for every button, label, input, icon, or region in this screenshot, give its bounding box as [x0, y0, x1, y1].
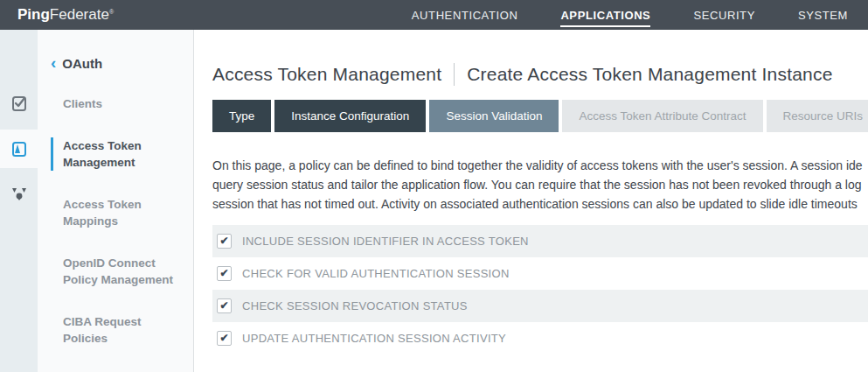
- description-line: query session status and tailor the appl…: [212, 175, 868, 194]
- sidebar-section-title: OAuth: [62, 56, 102, 71]
- checkmark-icon: ✔: [219, 268, 228, 278]
- sidebar-item-access-token-management[interactable]: Access Token Management: [51, 137, 186, 171]
- session-validation-options: ✔ INCLUDE SESSION IDENTIFIER IN ACCESS T…: [212, 225, 868, 354]
- nav-system[interactable]: SYSTEM: [798, 4, 848, 27]
- icon-rail: [0, 30, 38, 372]
- tab-session-validation[interactable]: Session Validation: [429, 100, 559, 132]
- page-title-secondary: Create Access Token Management Instance: [467, 64, 832, 85]
- checkbox-label: CHECK SESSION REVOCATION STATUS: [242, 299, 468, 312]
- page-title-primary: Access Token Management: [212, 64, 441, 85]
- sidebar-item-ciba-request-policies[interactable]: CIBA Request Policies: [51, 313, 186, 347]
- tab-access-token-attribute-contract: Access Token Attribute Contract: [562, 100, 762, 132]
- pingfederate-logo: PingFederate®: [17, 6, 114, 24]
- logo-ping: Ping: [17, 6, 50, 24]
- checkbox-label: INCLUDE SESSION IDENTIFIER IN ACCESS TOK…: [242, 235, 529, 248]
- checkmark-icon: ✔: [219, 235, 228, 246]
- rail-policies-button[interactable]: [0, 175, 38, 214]
- checkbox-row[interactable]: ✔ CHECK SESSION REVOCATION STATUS: [212, 290, 868, 322]
- sidebar-item-access-token-mappings[interactable]: Access Token Mappings: [51, 196, 186, 229]
- wizard-tabs: Type Instance Configuration Session Vali…: [212, 100, 868, 132]
- registered-mark: ®: [109, 9, 114, 15]
- logo-federate: Federate: [50, 6, 109, 24]
- checkbox-task-icon: [10, 94, 29, 113]
- checkbox-label: UPDATE AUTHENTICATION SESSION ACTIVITY: [242, 332, 506, 345]
- chevron-left-icon: ‹: [51, 54, 56, 71]
- tab-type[interactable]: Type: [212, 100, 271, 132]
- sidebar-item-clients[interactable]: Clients: [51, 95, 186, 112]
- sidebar-item-openid-connect-policy-management[interactable]: OpenID Connect Policy Management: [51, 255, 186, 288]
- page-description: On this page, a policy can be defined to…: [212, 156, 868, 214]
- sidebar-back-oauth[interactable]: ‹ OAuth: [51, 55, 186, 72]
- nav-applications[interactable]: APPLICATIONS: [560, 4, 650, 27]
- nav-security[interactable]: SECURITY: [693, 4, 755, 27]
- checkbox-row[interactable]: ✔ UPDATE AUTHENTICATION SESSION ACTIVITY: [212, 322, 868, 354]
- paw-cluster-icon: [10, 186, 29, 203]
- tab-instance-configuration[interactable]: Instance Configuration: [273, 100, 426, 132]
- checkmark-icon: ✔: [219, 300, 228, 311]
- page-title: Access Token Management Create Access To…: [212, 63, 868, 86]
- checkmark-icon: ✔: [219, 333, 228, 343]
- top-bar: PingFederate® AUTHENTICATION APPLICATION…: [0, 0, 868, 30]
- description-line: On this page, a policy can be defined to…: [212, 156, 868, 175]
- include-session-identifier-checkbox[interactable]: ✔: [217, 234, 232, 249]
- checkbox-row[interactable]: ✔ INCLUDE SESSION IDENTIFIER IN ACCESS T…: [212, 225, 868, 257]
- check-session-revocation-status-checkbox[interactable]: ✔: [217, 298, 232, 313]
- edit-document-icon: [10, 139, 29, 158]
- title-divider: [454, 63, 455, 86]
- nav-authentication[interactable]: AUTHENTICATION: [412, 4, 518, 27]
- main-content: Access Token Management Create Access To…: [194, 30, 868, 372]
- checkbox-row[interactable]: ✔ CHECK FOR VALID AUTHENTICATION SESSION: [212, 257, 868, 290]
- tab-resource-uris: Resource URIs: [767, 100, 868, 132]
- rail-clients-button[interactable]: [0, 84, 38, 123]
- checkbox-label: CHECK FOR VALID AUTHENTICATION SESSION: [242, 267, 510, 280]
- rail-access-token-button[interactable]: [0, 130, 38, 168]
- update-authentication-session-activity-checkbox[interactable]: ✔: [217, 331, 232, 346]
- check-valid-authentication-session-checkbox[interactable]: ✔: [217, 266, 232, 281]
- description-line: session that has not timed out. Activity…: [212, 194, 868, 214]
- oauth-sidebar: ‹ OAuth Clients Access Token Management …: [38, 30, 194, 372]
- top-nav: AUTHENTICATION APPLICATIONS SECURITY SYS…: [412, 4, 848, 27]
